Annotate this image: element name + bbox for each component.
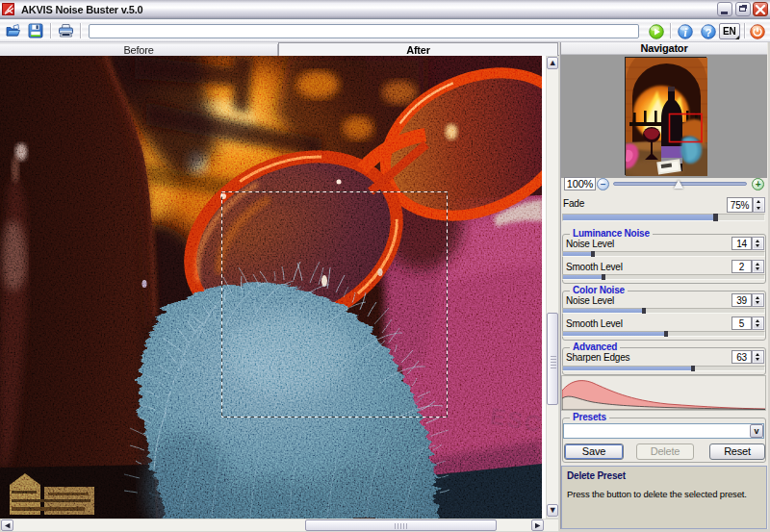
svg-text:?: ? bbox=[706, 27, 712, 38]
